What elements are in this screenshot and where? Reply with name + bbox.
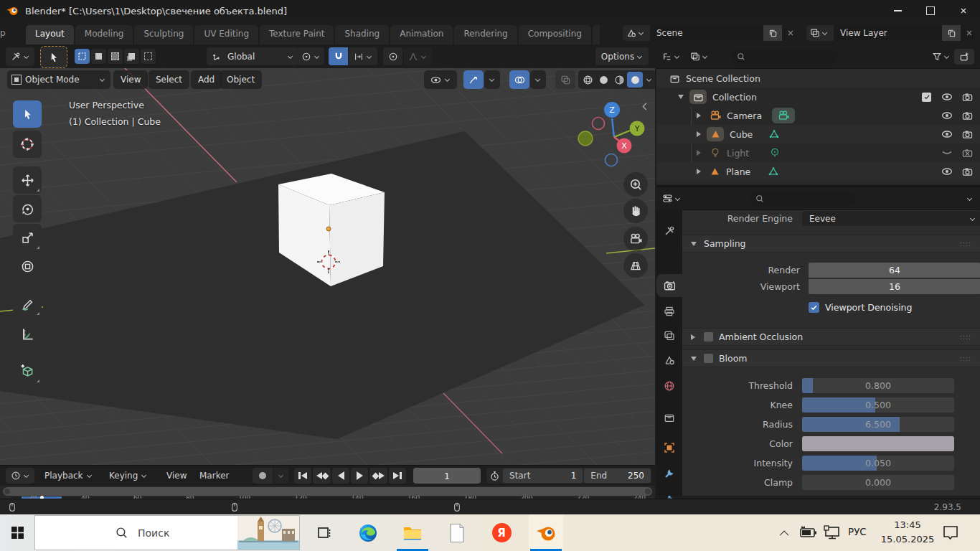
tab-sculpting[interactable]: Sculpting <box>134 25 193 44</box>
menu-keying[interactable]: Keying <box>109 468 147 484</box>
scene-browse-button[interactable] <box>623 25 650 41</box>
collapse-icon[interactable] <box>678 95 684 99</box>
properties-search-input[interactable] <box>750 192 856 206</box>
row-cube[interactable]: Cube <box>656 125 980 143</box>
tab-geometry-nodes-clipped[interactable]: Ge <box>593 25 600 44</box>
expand-icon[interactable] <box>697 150 701 156</box>
bloom-color-swatch[interactable] <box>802 436 954 451</box>
view-layer-browse-button[interactable] <box>806 25 834 41</box>
tab-scene-properties[interactable] <box>656 349 682 372</box>
axis-minus-y-ball[interactable] <box>578 131 593 146</box>
battery-status-icon[interactable] <box>798 524 818 540</box>
menu-marker[interactable]: Marker <box>199 468 229 484</box>
use-preview-range-button[interactable] <box>486 471 502 481</box>
tray-expand-button[interactable] <box>778 527 792 541</box>
bloom-panel-header[interactable]: Bloom :::: <box>682 349 980 367</box>
tab-collection-properties[interactable] <box>656 406 682 429</box>
pan-button[interactable] <box>623 199 648 223</box>
scene-unlink-button[interactable] <box>783 25 798 41</box>
disable-render-camera-icon[interactable] <box>962 110 973 121</box>
view-layer-remove-button[interactable] <box>961 25 977 41</box>
tab-modeling[interactable]: Modeling <box>75 25 133 44</box>
disable-render-camera-icon[interactable] <box>962 92 973 103</box>
hidden-eye-closed-icon[interactable] <box>941 147 953 159</box>
bloom-clamp-slider[interactable]: 0.000 <box>802 475 954 490</box>
snap-toggle-button[interactable] <box>329 47 348 65</box>
options-dropdown[interactable]: Options <box>595 47 649 65</box>
timeline-ruler[interactable]: 2040 6080 100120 140160 180200 220240 <box>0 486 655 499</box>
menu-playback[interactable]: Playback <box>44 468 93 484</box>
properties-options-dropdown[interactable] <box>967 197 973 201</box>
disable-render-camera-icon[interactable] <box>962 166 973 177</box>
auto-keying-record-button[interactable] <box>253 468 273 484</box>
tool-add-cube[interactable] <box>13 357 42 385</box>
gizmos-dropdown[interactable] <box>484 70 500 89</box>
scene-new-button[interactable] <box>763 25 782 41</box>
hide-viewport-eye-icon[interactable] <box>941 128 953 140</box>
zoom-button[interactable] <box>623 172 648 197</box>
expand-icon[interactable] <box>697 131 701 137</box>
render-disabled-camera-icon[interactable] <box>962 148 973 159</box>
sampling-panel-header[interactable]: Sampling :::: <box>682 235 980 253</box>
taskbar-yandex-button[interactable]: Я <box>484 514 519 551</box>
tab-view-layer-properties[interactable] <box>656 324 682 347</box>
tab-texture-paint[interactable]: Texture Paint <box>260 25 334 44</box>
taskbar-search-input[interactable]: Поиск <box>34 515 300 550</box>
proportional-falloff-dropdown[interactable] <box>403 47 432 65</box>
tool-measure[interactable] <box>13 320 42 347</box>
timeline-scrollbar[interactable] <box>3 487 652 496</box>
menu-view[interactable]: View <box>113 70 148 89</box>
transform-orientation-dropdown[interactable]: Global <box>207 47 298 65</box>
bloom-threshold-slider[interactable]: 0.800 <box>802 378 954 393</box>
bloom-intensity-slider[interactable]: 0.050 <box>802 456 954 471</box>
mode-selector-dropdown[interactable]: Object Mode <box>7 70 110 89</box>
next-keyframe-button[interactable] <box>369 468 387 484</box>
previous-keyframe-button[interactable] <box>313 468 331 484</box>
row-camera[interactable]: Camera <box>656 106 980 125</box>
tool-cursor[interactable] <box>13 131 42 158</box>
tab-layout[interactable]: Layout <box>26 25 74 44</box>
taskbar-edge-button[interactable] <box>351 514 385 551</box>
outliner-display-mode-dropdown[interactable] <box>690 52 708 62</box>
search-highlight-image[interactable] <box>237 516 299 550</box>
tab-compositing[interactable]: Compositing <box>519 25 591 44</box>
panel-grip-icon[interactable]: :::: <box>960 240 971 248</box>
panel-grip-icon[interactable]: :::: <box>960 355 971 362</box>
new-collection-button[interactable] <box>954 49 974 65</box>
shading-dropdown[interactable] <box>643 72 655 88</box>
taskbar-file-explorer-button[interactable] <box>395 514 430 551</box>
pivot-point-dropdown[interactable] <box>297 47 324 65</box>
tab-animation[interactable]: Animation <box>390 25 453 44</box>
active-tool-dropdown[interactable] <box>6 47 34 66</box>
row-scene-collection[interactable]: Scene Collection <box>656 69 980 88</box>
axis-minus-x-ball[interactable] <box>593 118 605 130</box>
taskbar-blender-button[interactable] <box>529 514 563 551</box>
tool-select-box[interactable] <box>13 100 42 128</box>
overlays-dropdown[interactable] <box>530 70 546 89</box>
orthographic-toggle-button[interactable] <box>623 253 648 278</box>
select-mode-intersect-button[interactable] <box>141 49 156 64</box>
menu-select[interactable]: Select <box>149 70 189 89</box>
camera-data-badge[interactable] <box>772 108 795 123</box>
timeline-editor-type-dropdown[interactable] <box>6 468 34 484</box>
shading-rendered-button[interactable] <box>627 72 643 88</box>
tool-rotate[interactable] <box>13 195 42 222</box>
proportional-editing-toggle[interactable] <box>383 47 402 65</box>
taskbar-notepad-button[interactable] <box>440 514 474 551</box>
sampling-render-field[interactable]: 64 <box>809 263 980 278</box>
task-view-button[interactable] <box>307 514 341 551</box>
tab-output-properties[interactable] <box>656 300 682 323</box>
current-frame-field[interactable]: 1 <box>413 468 481 484</box>
minimize-button[interactable] <box>881 0 914 22</box>
play-reverse-button[interactable] <box>332 468 349 484</box>
shading-wireframe-button[interactable] <box>580 72 595 88</box>
row-plane[interactable]: Plane <box>656 162 980 181</box>
sidebar-collapse-arrow[interactable] <box>644 104 649 113</box>
tab-tool-properties[interactable] <box>656 220 682 242</box>
viewport-3d[interactable]: Z Y X Object Mode View Select Add Object <box>0 68 655 465</box>
hide-viewport-eye-icon[interactable] <box>941 166 953 177</box>
active-tool-select-box[interactable] <box>40 46 67 68</box>
tab-uv-editing[interactable]: UV Editing <box>194 25 258 44</box>
tab-object-properties[interactable] <box>656 436 682 459</box>
tab-modifier-properties[interactable] <box>656 462 682 485</box>
